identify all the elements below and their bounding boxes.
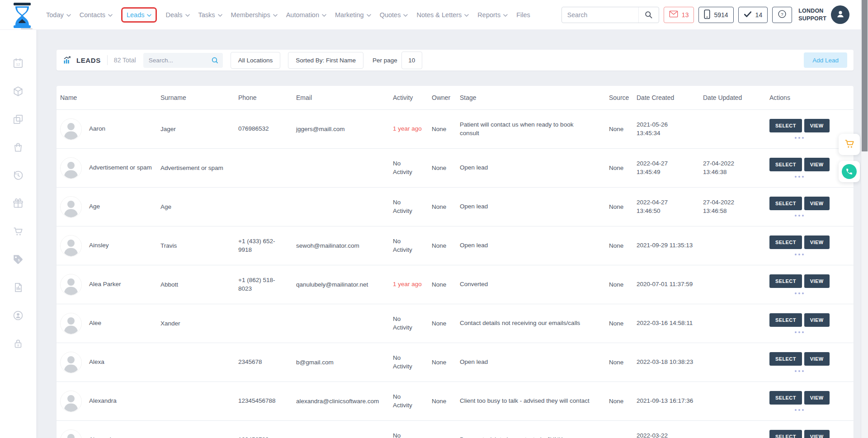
avatar — [60, 429, 82, 438]
nav-item-reports[interactable]: Reports — [477, 11, 508, 19]
nav-item-today[interactable]: Today — [46, 11, 71, 19]
lead-name-cell: Ainsley — [60, 235, 160, 257]
search-icon[interactable] — [638, 7, 659, 23]
lead-actions-cell: SELECTVIEW — [769, 235, 854, 256]
select-button[interactable]: SELECT — [769, 158, 802, 171]
select-button[interactable]: SELECT — [769, 274, 802, 288]
more-actions-button[interactable] — [792, 214, 807, 217]
cart-icon[interactable] — [12, 226, 24, 237]
gift-icon[interactable] — [12, 198, 24, 209]
lead-surname: Advertisement or spam — [160, 165, 238, 171]
cart-widget-button[interactable] — [839, 134, 860, 155]
nav-item-contacts[interactable]: Contacts — [80, 11, 113, 19]
view-button[interactable]: VIEW — [804, 313, 830, 327]
more-actions-button[interactable] — [792, 408, 807, 412]
report-document-icon[interactable] — [12, 282, 24, 293]
lead-email: b@gmail.com — [296, 359, 393, 366]
price-tag-icon[interactable]: $ — [12, 254, 24, 265]
chevron-down-icon — [108, 14, 113, 17]
lead-actions-cell: SELECTVIEW — [769, 274, 854, 295]
lead-actions-cell: SELECTVIEW — [769, 313, 854, 334]
view-button[interactable]: VIEW — [804, 274, 830, 288]
user-sync-icon[interactable] — [12, 310, 24, 321]
tasks-badge[interactable]: 14 — [738, 7, 768, 23]
chevron-down-icon — [322, 14, 326, 17]
view-button[interactable]: VIEW — [804, 352, 830, 366]
table-row: AaronJager076986532jggers@maill.com1 yea… — [57, 110, 854, 149]
scrollbar[interactable] — [861, 0, 868, 438]
search-icon[interactable] — [208, 57, 223, 64]
shopping-bag-icon[interactable] — [12, 141, 24, 153]
nav-item-tasks[interactable]: Tasks — [198, 11, 222, 19]
select-button[interactable]: SELECT — [769, 391, 802, 405]
more-actions-button[interactable] — [792, 369, 807, 373]
lead-source: None — [609, 165, 637, 171]
copy-icon[interactable] — [12, 113, 24, 125]
scrollbar-thumb[interactable] — [862, 0, 868, 151]
chevron-down-icon — [503, 14, 508, 17]
calls-badge[interactable]: 5914 — [698, 7, 733, 23]
view-button[interactable]: VIEW — [804, 391, 830, 405]
select-button[interactable]: SELECT — [769, 352, 802, 366]
select-button[interactable]: SELECT — [769, 119, 802, 132]
lead-name-cell: Alexa — [60, 352, 160, 373]
more-actions-button[interactable] — [792, 330, 807, 334]
select-button[interactable]: SELECT — [769, 430, 802, 438]
view-button[interactable]: VIEW — [804, 430, 830, 438]
lead-date-created: 2022-04-2713:46:50 — [637, 198, 703, 216]
view-button[interactable]: VIEW — [804, 197, 830, 210]
nav-item-automation[interactable]: Automation — [286, 11, 326, 19]
add-lead-button[interactable]: Add Lead — [804, 52, 847, 68]
lock-icon[interactable] — [12, 338, 24, 349]
lead-name: Alexandra — [89, 397, 117, 405]
view-button[interactable]: VIEW — [804, 158, 830, 171]
column-header-email: Email — [296, 94, 393, 101]
select-button[interactable]: SELECT — [769, 197, 802, 210]
leads-search — [143, 53, 223, 68]
nav-item-memberships[interactable]: Memberships — [231, 11, 278, 19]
more-actions-button[interactable] — [792, 175, 807, 179]
view-button[interactable]: VIEW — [804, 119, 830, 132]
select-button[interactable]: SELECT — [769, 235, 802, 249]
history-icon[interactable] — [12, 170, 24, 181]
lead-activity: NoActivity — [393, 393, 432, 410]
nav-item-quotes[interactable]: Quotes — [380, 11, 408, 19]
location-filter-dropdown[interactable]: All Locations — [231, 52, 281, 69]
chevron-down-icon — [367, 14, 371, 17]
table-row: Alexandra123456789alexandra@clinicsoftwa… — [57, 421, 854, 438]
more-actions-button[interactable] — [792, 136, 807, 140]
per-page-input[interactable] — [401, 52, 422, 69]
select-button[interactable]: SELECT — [769, 313, 802, 327]
call-widget-button[interactable] — [839, 161, 860, 182]
mail-count: 13 — [682, 11, 689, 19]
nav-item-notes-letters[interactable]: Notes & Letters — [416, 11, 469, 19]
calendar-icon[interactable]: 12 — [12, 57, 24, 69]
lead-date-created: 2022-03-16 14:58:11 — [637, 319, 703, 328]
nav-item-deals[interactable]: Deals — [165, 11, 189, 19]
sort-by-dropdown[interactable]: Sorted By: First Name — [288, 52, 363, 69]
more-actions-button[interactable] — [792, 292, 807, 295]
check-icon — [744, 11, 752, 19]
nav-item-marketing[interactable]: Marketing — [335, 11, 371, 19]
lead-email: jggers@maill.com — [296, 126, 393, 132]
tasks-count: 14 — [755, 11, 763, 19]
nav-item-leads[interactable]: Leads — [121, 7, 157, 23]
mail-badge[interactable]: 13 — [664, 7, 694, 23]
cube-icon[interactable] — [12, 85, 24, 97]
app-logo[interactable] — [11, 2, 33, 29]
avatar — [60, 118, 82, 140]
view-button[interactable]: VIEW — [804, 235, 830, 249]
leads-chart-icon — [63, 56, 72, 65]
leads-search-input[interactable] — [143, 57, 208, 64]
user-avatar[interactable] — [831, 5, 849, 24]
nav-item-files[interactable]: Files — [516, 11, 530, 19]
help-badge[interactable]: ? — [772, 7, 792, 23]
lead-stage: Contact details not receiving our emails… — [460, 319, 609, 328]
lead-date-created: 2020-07-01 11:37:59 — [637, 280, 703, 289]
lead-phone: +1 (862) 518-8023 — [238, 276, 296, 293]
lead-activity: NoActivity — [393, 160, 432, 177]
table-body: AaronJager076986532jggers@maill.com1 yea… — [57, 110, 854, 438]
global-search-input[interactable] — [562, 11, 638, 19]
lead-activity: NoActivity — [393, 315, 432, 332]
more-actions-button[interactable] — [792, 253, 807, 256]
